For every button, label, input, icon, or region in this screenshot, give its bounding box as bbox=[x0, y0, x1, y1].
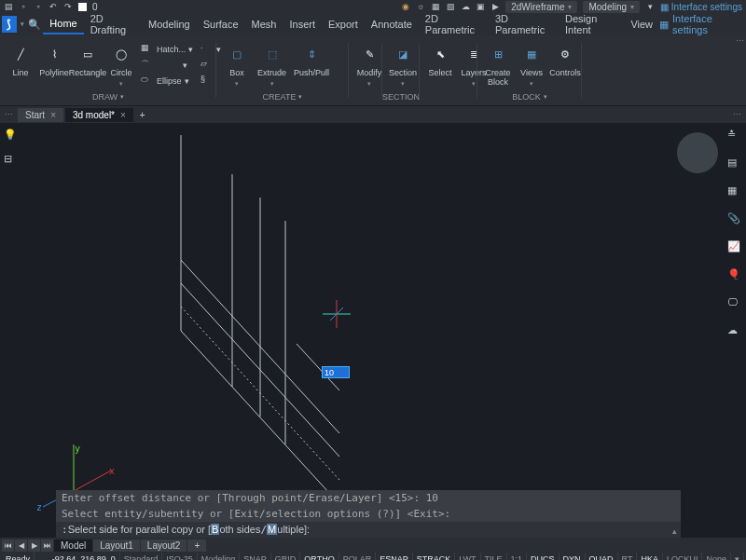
tab-surface[interactable]: Surface bbox=[197, 15, 245, 34]
redo-icon[interactable]: ↷ bbox=[63, 2, 73, 11]
open-icon[interactable]: ▫ bbox=[34, 2, 43, 11]
toggle-lwt[interactable]: LWT bbox=[455, 553, 480, 560]
tool-select[interactable]: ⬉Select bbox=[423, 39, 457, 80]
tool-views[interactable]: ▦Views▾ bbox=[515, 39, 548, 89]
right-toolbar: ≛ ▤ ▦ 📎 📈 🎈 🖵 ☁ bbox=[724, 123, 746, 339]
chart-icon[interactable]: 📈 bbox=[727, 240, 742, 255]
toggle-ortho[interactable]: ORTHO bbox=[300, 553, 338, 560]
tool-section[interactable]: ◪Section▾ bbox=[386, 39, 420, 89]
first-tab-btn[interactable]: ⏮ bbox=[2, 540, 14, 552]
structure-icon[interactable]: ⊟ bbox=[4, 153, 19, 168]
app-icon[interactable]: ⟆ bbox=[2, 16, 17, 33]
group-create-label: CREATE bbox=[263, 92, 297, 102]
dynamic-input[interactable]: 10 bbox=[322, 366, 350, 378]
ribbon-handle[interactable]: ⋯ bbox=[736, 36, 744, 46]
tool-rectangle[interactable]: ▭Rectangle bbox=[71, 39, 104, 80]
app-menu-icon[interactable]: ▤ bbox=[4, 2, 13, 11]
tab-annotate[interactable]: Annotate bbox=[365, 15, 419, 34]
toggle-grid[interactable]: GRID bbox=[271, 553, 301, 560]
cmd-prompt: :Select side for parallel copy or [Both … bbox=[56, 522, 681, 538]
tool-line[interactable]: ╱Line bbox=[4, 39, 37, 80]
tab-export[interactable]: Export bbox=[322, 15, 365, 34]
grid-panel-icon[interactable]: ▦ bbox=[727, 184, 742, 199]
polyline-icon: ⌇ bbox=[41, 41, 67, 67]
render-icon[interactable]: ◉ bbox=[401, 2, 410, 11]
toggle-snap[interactable]: SNAP bbox=[240, 553, 271, 560]
tab-3dmodel[interactable]: 3d model*× bbox=[65, 108, 133, 122]
save-icon[interactable]: ▫ bbox=[19, 2, 28, 11]
tab-modeling[interactable]: Modeling bbox=[142, 15, 197, 34]
layout1-tab[interactable]: Layout1 bbox=[93, 540, 140, 552]
tab-start[interactable]: Start× bbox=[18, 108, 63, 122]
prev-tab-btn[interactable]: ◀ bbox=[15, 540, 27, 552]
toggle-dyn[interactable]: DYN bbox=[560, 553, 586, 560]
tool-createblock[interactable]: ⊞Create Block bbox=[481, 39, 515, 89]
layers-panel-icon[interactable]: ▤ bbox=[727, 157, 742, 171]
help-icon[interactable]: ▾ bbox=[645, 2, 655, 11]
tabs-handle-right[interactable]: ⋯ bbox=[730, 110, 744, 119]
tool-box[interactable]: ▢Box▾ bbox=[220, 39, 254, 89]
tool-hatch[interactable]: ▦Hatch...▾ bbox=[138, 41, 196, 57]
undo-icon[interactable]: ↶ bbox=[48, 2, 58, 11]
toggle-lockui[interactable]: LOCKUI bbox=[663, 553, 703, 560]
add-layout-tab[interactable]: + bbox=[187, 540, 206, 552]
status-iso[interactable]: ISO-25 bbox=[162, 553, 198, 560]
tab-add[interactable]: + bbox=[135, 108, 150, 122]
controls-icon: ⚙ bbox=[552, 41, 578, 67]
screen-icon[interactable]: 🖵 bbox=[727, 296, 742, 311]
toggle-polar[interactable]: POLAR bbox=[339, 553, 377, 560]
toggle-ducs[interactable]: DUCS bbox=[527, 553, 560, 560]
toggle-tile[interactable]: TILE bbox=[481, 553, 507, 560]
status-none[interactable]: None bbox=[702, 553, 731, 560]
model-tab[interactable]: Model bbox=[54, 540, 92, 552]
group-section-label: SECTION bbox=[382, 92, 420, 102]
next-tab-btn[interactable]: ▶ bbox=[28, 540, 40, 552]
workspace[interactable]: 💡 ⊟ ≛ ▤ ▦ 📎 📈 🎈 🖵 ☁ y x z 10 bbox=[0, 123, 746, 538]
commandline[interactable]: Enter offset distance or [Through point/… bbox=[56, 490, 681, 538]
axis-x-label: x bbox=[109, 466, 115, 476]
cmd-history-1: Enter offset distance or [Through point/… bbox=[56, 490, 681, 506]
tool-controls[interactable]: ⚙Controls bbox=[548, 39, 582, 80]
toggle-strack[interactable]: STRACK bbox=[413, 553, 456, 560]
menubar: ⟆ 🔍 Home 2D Drafting Modeling Surface Me… bbox=[0, 13, 746, 35]
tool-modify[interactable]: ✎Modify▾ bbox=[352, 39, 386, 89]
status-modeling[interactable]: Modeling bbox=[198, 553, 241, 560]
box-icon: ▢ bbox=[224, 41, 250, 67]
hatch-icon: ▦ bbox=[141, 43, 154, 56]
tool-ellipse[interactable]: ⬭Ellipse▾ bbox=[138, 73, 196, 89]
tabs-handle[interactable]: ⋯ bbox=[2, 110, 16, 119]
toggle-esnap[interactable]: ESNAP bbox=[376, 553, 413, 560]
tool-pushpull[interactable]: ⇕Push/Pull bbox=[290, 39, 333, 80]
iface-settings-link[interactable]: ▦ Interface settings bbox=[659, 13, 739, 35]
status-coords: -92.64, 216.89, 0 bbox=[48, 553, 120, 560]
tab-insert[interactable]: Insert bbox=[283, 15, 323, 34]
last-tab-btn[interactable]: ⏭ bbox=[41, 540, 53, 552]
tab-mesh[interactable]: Mesh bbox=[245, 15, 283, 34]
cloud-icon[interactable]: ☁ bbox=[727, 324, 742, 339]
attach-icon[interactable]: 📎 bbox=[727, 212, 742, 227]
iface-settings-top[interactable]: ▦ Interface settings bbox=[660, 2, 742, 12]
tool-circle[interactable]: ◯Circle▾ bbox=[104, 39, 138, 89]
tool-extrude[interactable]: ⬚Extrude▾ bbox=[254, 39, 290, 89]
status-standard[interactable]: Standard bbox=[120, 553, 163, 560]
pushpull-icon: ⇕ bbox=[298, 41, 325, 67]
scroll-up-icon[interactable]: ▴ bbox=[672, 526, 677, 536]
bulb-icon[interactable]: 💡 bbox=[4, 129, 19, 143]
search-icon[interactable]: 🔍 bbox=[28, 17, 41, 32]
helix-icon: § bbox=[200, 75, 214, 88]
close-icon[interactable]: × bbox=[120, 110, 126, 120]
tool-arc[interactable]: ⌒▾ bbox=[138, 57, 196, 73]
sliders-icon[interactable]: ≛ bbox=[727, 129, 742, 143]
drawing-canvas[interactable] bbox=[22, 123, 724, 538]
tab-home[interactable]: Home bbox=[43, 14, 83, 34]
balloon-icon[interactable]: 🎈 bbox=[727, 268, 742, 283]
close-icon[interactable]: × bbox=[50, 110, 56, 120]
toggle-rt[interactable]: RT bbox=[618, 553, 638, 560]
layout2-tab[interactable]: Layout2 bbox=[141, 540, 187, 552]
status-ratio[interactable]: 1:1 bbox=[507, 553, 528, 560]
toggle-quad[interactable]: QUAD bbox=[586, 553, 618, 560]
tool-polyline[interactable]: ⌇Polyline bbox=[37, 39, 71, 80]
toggle-hka[interactable]: HKA bbox=[637, 553, 663, 560]
tab-view[interactable]: View bbox=[624, 15, 659, 34]
status-dropdown-icon[interactable]: ▾ bbox=[731, 553, 744, 560]
